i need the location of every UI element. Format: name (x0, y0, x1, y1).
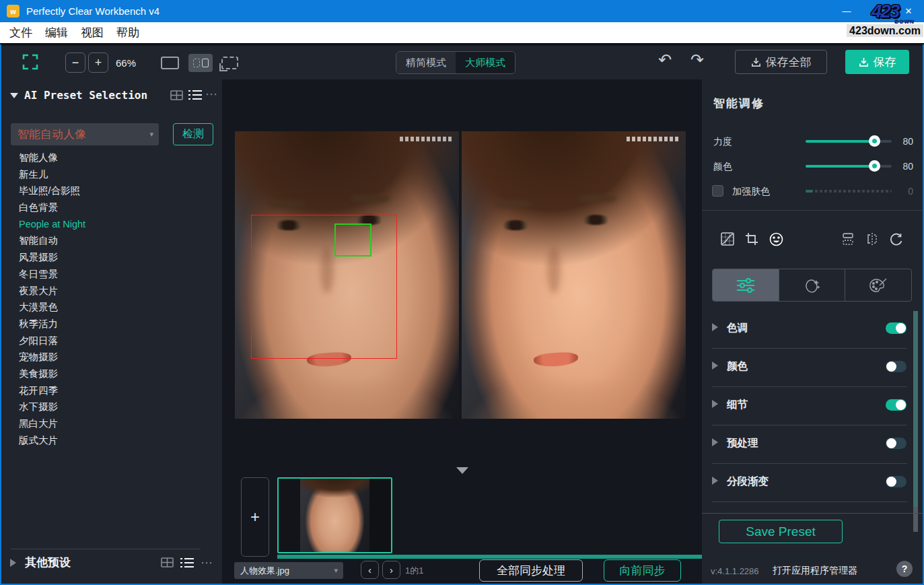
expand-arrow-icon[interactable] (712, 477, 718, 485)
slider-fill (806, 165, 875, 168)
expand-arrow-icon[interactable] (712, 362, 718, 370)
panel-scrollbar[interactable] (913, 311, 918, 507)
preset-item[interactable]: 版式大片 (1, 432, 222, 449)
expand-arrow-icon[interactable] (712, 400, 718, 408)
preset-item[interactable]: 冬日雪景 (1, 266, 222, 283)
simple-mode-button[interactable]: 精简模式 (396, 52, 456, 73)
preset-item[interactable]: 白色背景 (1, 199, 222, 216)
split-view-button[interactable] (188, 54, 213, 72)
preset-item[interactable]: 智能自动 (1, 232, 222, 249)
preset-item[interactable]: 黑白大片 (1, 415, 222, 432)
skin-enhance-slider[interactable] (806, 190, 892, 193)
save-all-button[interactable]: 保存全部 (735, 50, 827, 74)
section-toggle-off[interactable] (886, 438, 907, 449)
menu-file[interactable]: 文件 (9, 25, 32, 40)
slider-knob[interactable] (869, 160, 880, 172)
preset-item[interactable]: 秋季活力 (1, 316, 222, 333)
menu-edit[interactable]: 编辑 (45, 25, 68, 40)
save-preset-button[interactable]: Save Preset (719, 520, 843, 543)
rotate-icon[interactable] (889, 232, 904, 246)
redo-button[interactable]: ↷ (690, 51, 704, 69)
zoom-in-button[interactable]: + (88, 53, 108, 73)
divider (712, 463, 907, 464)
panel-footer: Save Preset v:4.1.1.2286 打开应用程序管理器 ? (702, 513, 923, 584)
color-value: 80 (896, 161, 913, 172)
tab-face-retouch[interactable] (779, 269, 846, 301)
crop-icon[interactable] (744, 232, 759, 246)
image-thumbnail[interactable] (277, 477, 392, 553)
add-image-button[interactable]: + (241, 477, 269, 557)
fit-screen-icon[interactable] (22, 54, 38, 70)
tab-color-paint[interactable] (845, 269, 911, 301)
previous-image-button[interactable]: ‹ (361, 561, 379, 579)
flip-vertical-icon[interactable] (841, 232, 855, 246)
undo-button[interactable]: ↶ (658, 51, 672, 69)
section-toggle-off[interactable] (886, 476, 907, 487)
filmstrip-collapse-icon[interactable] (456, 467, 468, 474)
curves-icon[interactable] (720, 232, 735, 246)
preset-item[interactable]: 新生儿 (1, 166, 222, 183)
preset-item[interactable]: 夜景大片 (1, 283, 222, 300)
other-presets-section[interactable]: 其他预设 ⋯ (10, 555, 213, 570)
expand-arrow-icon[interactable] (712, 323, 718, 331)
sliders-icon (736, 277, 755, 294)
strength-slider[interactable] (806, 140, 892, 143)
window-border-left (0, 44, 1, 585)
detect-button[interactable]: 检测 (173, 123, 213, 145)
color-slider[interactable] (806, 165, 892, 168)
preset-item[interactable]: 风景摄影 (1, 249, 222, 266)
preset-item[interactable]: 花开四季 (1, 382, 222, 399)
app-icon: w (7, 5, 20, 18)
filmstrip-scrollbar[interactable] (277, 555, 702, 559)
menu-view[interactable]: 视图 (81, 25, 104, 40)
section-toggle-on[interactable] (886, 322, 907, 334)
menu-help[interactable]: 帮助 (116, 25, 139, 40)
sync-forward-button[interactable]: 向前同步 (604, 559, 681, 582)
zoom-out-button[interactable]: − (65, 53, 85, 73)
flip-horizontal-icon[interactable] (865, 232, 880, 246)
tab-basic-adjustments[interactable] (713, 269, 779, 301)
expand-arrow-icon[interactable] (10, 559, 16, 567)
open-app-manager-link[interactable]: 打开应用程序管理器 (773, 565, 857, 577)
more-options-icon[interactable]: ⋯ (205, 87, 218, 102)
expand-arrow-icon[interactable] (712, 438, 718, 446)
version-label: v:4.1.1.2286 (711, 566, 759, 576)
next-image-button[interactable]: › (382, 561, 400, 579)
face-retouch-icon[interactable] (769, 232, 783, 246)
preset-item[interactable]: 夕阳日落 (1, 333, 222, 349)
section-toggle-off[interactable] (886, 361, 907, 372)
grid-view-icon[interactable] (170, 90, 183, 100)
portrait-detail (547, 246, 561, 294)
slider-knob[interactable] (869, 135, 880, 147)
sync-all-button[interactable]: 全部同步处理 (479, 559, 583, 582)
list-view-icon[interactable] (180, 557, 194, 568)
grid-view-icon[interactable] (161, 557, 174, 567)
more-options-icon[interactable]: ⋯ (201, 555, 213, 570)
preset-item[interactable]: 大漠景色 (1, 299, 222, 316)
save-button[interactable]: 保存 (845, 50, 909, 74)
crop-view-button[interactable] (221, 57, 238, 69)
preset-item[interactable]: 毕业照/合影照 (1, 182, 222, 199)
after-image[interactable] (462, 131, 686, 419)
filename-dropdown[interactable]: 人物效果.jpg ▾ (234, 562, 343, 579)
preset-list: 智能人像 新生儿 毕业照/合影照 白色背景 People at Night 智能… (1, 149, 222, 448)
preset-item[interactable]: 智能人像 (1, 149, 222, 166)
split-right-icon (202, 59, 209, 67)
preset-item[interactable]: 宠物摄影 (1, 349, 222, 366)
photo-watermark (627, 137, 680, 141)
section-toggle-on[interactable] (886, 399, 907, 411)
help-button[interactable]: ? (896, 561, 913, 577)
preset-item[interactable]: 美食摄影 (1, 366, 222, 382)
master-mode-button[interactable]: 大师模式 (456, 52, 515, 73)
single-view-button[interactable] (161, 57, 179, 69)
skin-enhance-checkbox[interactable] (712, 185, 723, 197)
before-image[interactable] (235, 131, 459, 419)
divider (11, 549, 201, 549)
portrait-detail (580, 215, 611, 225)
section-label: 颜色 (727, 359, 748, 374)
collapse-arrow-icon[interactable] (10, 93, 18, 98)
list-view-icon[interactable] (188, 90, 202, 100)
preset-item-active[interactable]: People at Night (1, 216, 222, 233)
preset-item[interactable]: 水下摄影 (1, 399, 222, 415)
preset-category-dropdown[interactable]: 智能自动人像 ▾ (11, 123, 159, 145)
